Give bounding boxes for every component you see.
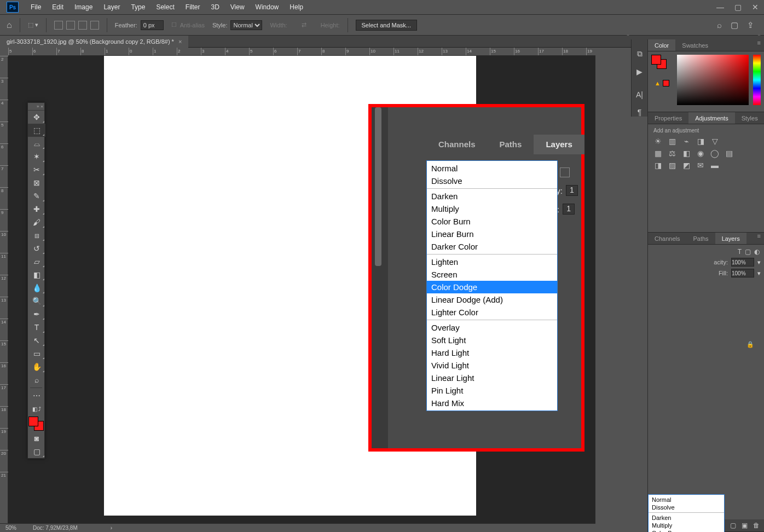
- swap-colors-icon[interactable]: ◧ ⤴: [28, 402, 45, 415]
- blend-mode-item[interactable]: Overlay: [427, 321, 557, 334]
- marquee-tool-icon[interactable]: ⬚: [28, 124, 45, 137]
- zoom-level[interactable]: 50%: [5, 525, 16, 531]
- panel-menu-icon[interactable]: ≡: [754, 39, 764, 51]
- new-group-icon[interactable]: ▢: [730, 522, 736, 529]
- blend-mode-item[interactable]: Hard Light: [427, 346, 557, 359]
- opacity-input[interactable]: [731, 258, 754, 267]
- blend-mode-item[interactable]: Lighten: [427, 256, 557, 268]
- statusbar-flyout-icon[interactable]: ›: [111, 525, 112, 531]
- blend-mode-item[interactable]: Lighter Color: [427, 306, 557, 319]
- play-icon[interactable]: ▶: [636, 67, 643, 76]
- blend-mode-item[interactable]: Color Burn: [649, 529, 724, 532]
- type-tool-icon[interactable]: T: [28, 321, 45, 334]
- edit-toolbar-icon[interactable]: ⋯: [28, 389, 45, 402]
- blend-mode-item[interactable]: Linear Light: [427, 372, 557, 384]
- hue-icon[interactable]: ▦: [653, 149, 662, 158]
- style-select[interactable]: Normal: [230, 20, 262, 30]
- blend-mode-item[interactable]: Multiply: [427, 203, 557, 215]
- blend-mode-item[interactable]: Linear Burn: [427, 228, 557, 240]
- color-swatch[interactable]: [651, 55, 667, 69]
- scrollbar[interactable]: [372, 107, 388, 448]
- blend-mode-item[interactable]: Darker Color: [427, 240, 557, 253]
- levels-icon[interactable]: ▥: [668, 137, 676, 146]
- blend-mode-item[interactable]: Normal: [649, 496, 724, 504]
- document-tab[interactable]: girl-3033718_1920.jpg @ 50% (Background …: [0, 36, 188, 48]
- invert-icon[interactable]: ◨: [653, 161, 662, 170]
- tools-header[interactable]: »×: [28, 103, 44, 111]
- window-maximize-icon[interactable]: ▢: [729, 3, 746, 11]
- healing-tool-icon[interactable]: ✚: [28, 203, 45, 216]
- crop-tool-icon[interactable]: ✂: [28, 163, 45, 176]
- blend-mode-item[interactable]: Screen: [427, 268, 557, 281]
- panel-menu-icon[interactable]: ≡: [754, 233, 764, 244]
- menu-item-3d[interactable]: 3D: [205, 0, 224, 15]
- tab-paths[interactable]: Paths: [488, 135, 534, 154]
- blend-mode-item[interactable]: Soft Light: [427, 334, 557, 346]
- frame-tool-icon[interactable]: ⊠: [28, 176, 45, 189]
- tab-adjustments[interactable]: Adjustments: [688, 112, 735, 124]
- tab-swatches[interactable]: Swatches: [675, 39, 715, 51]
- pen-tool-icon[interactable]: ✒: [28, 308, 45, 321]
- menu-item-file[interactable]: File: [25, 0, 47, 15]
- selection-mode-icons[interactable]: [54, 21, 99, 30]
- workspace-icon[interactable]: ▢: [731, 20, 738, 30]
- filter-shape-icon[interactable]: ▢: [745, 248, 751, 256]
- move-tool-icon[interactable]: ✥: [28, 111, 45, 124]
- blend-mode-dropdown[interactable]: NormalDissolveDarkenMultiplyColor BurnLi…: [426, 160, 558, 411]
- blend-mode-item[interactable]: Color Dodge: [427, 281, 557, 293]
- stamp-tool-icon[interactable]: ⧇: [28, 229, 45, 242]
- select-and-mask-button[interactable]: Select and Mask...: [356, 20, 418, 31]
- hand-tool-icon[interactable]: ✋: [28, 360, 45, 373]
- mixer-icon[interactable]: ◯: [710, 149, 719, 158]
- tab-layers[interactable]: Layers: [715, 233, 746, 244]
- selective-icon[interactable]: ✉: [696, 161, 705, 170]
- menu-item-edit[interactable]: Edit: [47, 0, 69, 15]
- menu-item-select[interactable]: Select: [151, 0, 180, 15]
- tab-channels[interactable]: Channels: [648, 233, 686, 244]
- blend-mode-item[interactable]: Linear Dodge (Add): [427, 293, 557, 306]
- window-close-icon[interactable]: ✕: [746, 3, 764, 11]
- gradient-map-icon[interactable]: ▬: [710, 161, 719, 170]
- balance-icon[interactable]: ⚖: [668, 149, 676, 158]
- lasso-tool-icon[interactable]: ⌓: [28, 137, 45, 150]
- menu-item-help[interactable]: Help: [284, 0, 309, 15]
- color-field[interactable]: [677, 55, 749, 105]
- history-icon[interactable]: ⧉: [637, 49, 643, 59]
- quickmask-icon[interactable]: ◙: [28, 432, 45, 445]
- gamut-warning-icon[interactable]: ▲: [655, 80, 661, 86]
- paragraph-icon[interactable]: ¶: [638, 108, 642, 117]
- menu-item-view[interactable]: View: [225, 0, 250, 15]
- eraser-tool-icon[interactable]: ▱: [28, 255, 45, 268]
- screenmode-icon[interactable]: ▢: [28, 445, 45, 458]
- bw-icon[interactable]: ◧: [682, 149, 691, 158]
- curves-icon[interactable]: ⌁: [682, 137, 691, 146]
- tab-color[interactable]: Color: [648, 39, 675, 51]
- search-icon[interactable]: ⌕: [717, 20, 722, 30]
- lut-icon[interactable]: ▤: [725, 149, 733, 158]
- blend-mode-item[interactable]: Dissolve: [649, 504, 724, 511]
- shape-tool-icon[interactable]: ▭: [28, 347, 45, 360]
- gradient-tool-icon[interactable]: ◧: [28, 268, 45, 281]
- menu-item-type[interactable]: Type: [125, 0, 151, 15]
- tab-properties[interactable]: Properties: [648, 112, 688, 124]
- brightness-icon[interactable]: ☀: [653, 137, 662, 146]
- share-icon[interactable]: ⇪: [747, 20, 754, 30]
- vibrance-icon[interactable]: ▽: [710, 137, 719, 146]
- new-layer-icon[interactable]: ▣: [742, 522, 748, 529]
- fill-input[interactable]: [731, 269, 754, 277]
- hue-slider[interactable]: [753, 55, 761, 105]
- posterize-icon[interactable]: ▨: [668, 161, 676, 170]
- delete-layer-icon[interactable]: 🗑: [753, 522, 760, 529]
- history-brush-tool-icon[interactable]: ↺: [28, 242, 45, 255]
- blend-mode-item[interactable]: Vivid Light: [427, 359, 557, 372]
- home-icon[interactable]: ⌂: [7, 20, 12, 30]
- type-panel-icon[interactable]: A|: [636, 90, 643, 99]
- menu-item-layer[interactable]: Layer: [98, 0, 125, 15]
- blend-mode-item[interactable]: Pin Light: [427, 384, 557, 397]
- color-swatch[interactable]: [28, 417, 44, 431]
- blend-mode-item[interactable]: Color Burn: [427, 215, 557, 228]
- brush-tool-icon[interactable]: 🖌: [28, 216, 45, 229]
- menu-item-filter[interactable]: Filter: [180, 0, 206, 15]
- blend-mode-item[interactable]: Dissolve: [427, 175, 557, 187]
- blend-mode-dropdown[interactable]: NormalDissolveDarkenMultiplyColor BurnLi…: [648, 494, 725, 532]
